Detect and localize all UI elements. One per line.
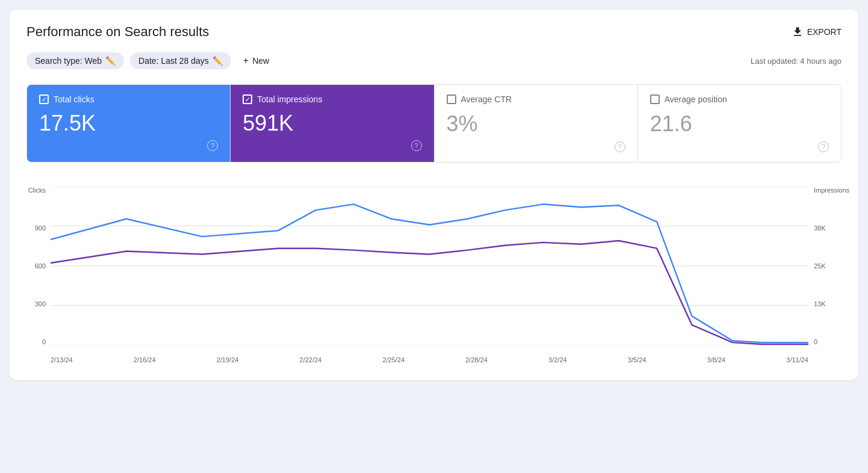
x-label-4: 2/22/24 bbox=[300, 356, 322, 363]
clicks-footer: ? bbox=[39, 140, 218, 151]
chart-svg bbox=[51, 187, 808, 345]
x-label-2: 2/16/24 bbox=[134, 356, 156, 363]
y-right-13k: 13K bbox=[814, 300, 842, 308]
impressions-checkbox bbox=[243, 94, 252, 104]
y-right-25k: 25K bbox=[814, 262, 842, 270]
export-label: EXPORT bbox=[807, 27, 842, 37]
metrics-row: Total clicks 17.5K ? Total impressions 5… bbox=[26, 84, 842, 162]
x-label-10: 3/11/24 bbox=[786, 356, 808, 363]
metric-total-impressions[interactable]: Total impressions 591K ? bbox=[231, 85, 434, 162]
x-axis-labels: 2/13/24 2/16/24 2/19/24 2/22/24 2/25/24 … bbox=[51, 356, 808, 363]
y-left-600: 600 bbox=[26, 262, 46, 270]
x-label-5: 2/25/24 bbox=[382, 356, 405, 363]
metric-impressions-header: Total impressions bbox=[243, 94, 421, 104]
search-type-edit-icon: ✏️ bbox=[105, 56, 116, 66]
plus-icon: + bbox=[243, 55, 249, 66]
new-label: New bbox=[252, 56, 269, 66]
y-left-900: 900 bbox=[26, 224, 46, 232]
impressions-label: Total impressions bbox=[257, 94, 322, 104]
y-right-label-impressions: Impressions bbox=[814, 187, 842, 194]
x-label-7: 3/2/24 bbox=[548, 356, 567, 363]
x-label-6: 2/28/24 bbox=[465, 356, 488, 363]
date-filter[interactable]: Date: Last 28 days ✏️ bbox=[130, 52, 231, 69]
impressions-help-icon[interactable]: ? bbox=[411, 140, 422, 151]
export-button[interactable]: EXPORT bbox=[792, 26, 842, 38]
date-edit-icon: ✏️ bbox=[212, 56, 223, 66]
position-value: 21.6 bbox=[650, 111, 829, 137]
clicks-checkbox bbox=[39, 94, 49, 104]
metric-position-header: Average position bbox=[650, 94, 829, 104]
ctr-label: Average CTR bbox=[461, 94, 512, 104]
metric-average-ctr[interactable]: Average CTR 3% ? bbox=[435, 85, 638, 162]
header-row: Performance on Search results EXPORT bbox=[26, 24, 842, 40]
search-type-label: Search type: Web bbox=[35, 56, 102, 66]
metric-average-position[interactable]: Average position 21.6 ? bbox=[638, 85, 841, 162]
clicks-line bbox=[51, 204, 808, 342]
impressions-footer: ? bbox=[243, 140, 421, 151]
clicks-help-icon[interactable]: ? bbox=[207, 140, 218, 151]
x-label-8: 3/5/24 bbox=[628, 356, 646, 363]
ctr-value: 3% bbox=[447, 111, 625, 137]
impressions-line bbox=[51, 241, 808, 344]
impressions-value: 591K bbox=[243, 111, 421, 135]
position-help-icon[interactable]: ? bbox=[818, 141, 829, 152]
y-right-0: 0 bbox=[814, 338, 842, 345]
metric-clicks-header: Total clicks bbox=[39, 94, 218, 104]
search-type-filter[interactable]: Search type: Web ✏️ bbox=[26, 52, 124, 69]
ctr-help-icon[interactable]: ? bbox=[615, 141, 625, 152]
position-label: Average position bbox=[665, 94, 727, 104]
clicks-label: Total clicks bbox=[54, 94, 95, 104]
position-checkbox bbox=[650, 94, 660, 104]
chart-svg-wrapper bbox=[51, 187, 808, 345]
filters-row: Search type: Web ✏️ Date: Last 28 days ✏… bbox=[26, 52, 842, 70]
new-filter-button[interactable]: + New bbox=[237, 52, 275, 70]
metric-total-clicks[interactable]: Total clicks 17.5K ? bbox=[27, 85, 231, 162]
main-card: Performance on Search results EXPORT Sea… bbox=[10, 10, 858, 380]
y-left-300: 300 bbox=[26, 300, 46, 308]
clicks-value: 17.5K bbox=[39, 111, 218, 135]
x-label-9: 3/8/24 bbox=[707, 356, 726, 363]
page-container: Performance on Search results EXPORT Sea… bbox=[0, 10, 868, 380]
x-label-3: 2/19/24 bbox=[217, 356, 239, 363]
date-label: Date: Last 28 days bbox=[138, 56, 209, 66]
y-right-38k: 38K bbox=[814, 224, 842, 232]
page-title: Performance on Search results bbox=[26, 24, 209, 40]
last-updated: Last updated: 4 hours ago bbox=[751, 57, 842, 66]
y-left-0: 0 bbox=[26, 338, 46, 345]
metric-ctr-header: Average CTR bbox=[447, 94, 625, 104]
ctr-footer: ? bbox=[447, 141, 625, 152]
chart-container: Clicks 900 600 300 0 Impressions 38K 25K… bbox=[26, 177, 842, 363]
x-label-1: 2/13/24 bbox=[51, 356, 73, 363]
ctr-checkbox bbox=[447, 94, 456, 104]
y-axis-right: Impressions 38K 25K 13K 0 bbox=[810, 187, 842, 345]
position-footer: ? bbox=[650, 141, 829, 152]
export-icon bbox=[792, 26, 804, 38]
y-left-label-clicks: Clicks bbox=[26, 187, 46, 194]
y-axis-left: Clicks 900 600 300 0 bbox=[26, 187, 49, 345]
